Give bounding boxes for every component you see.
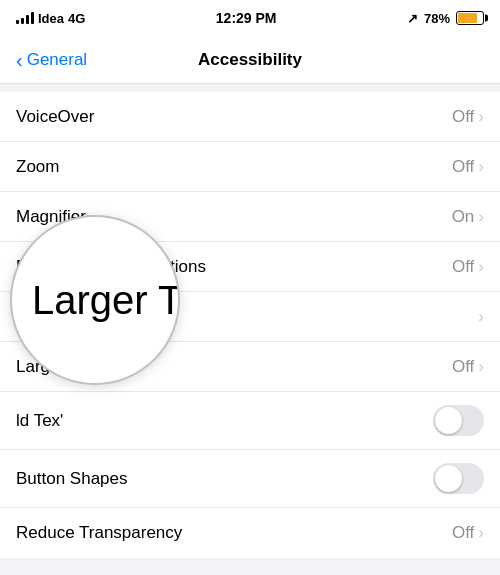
button-shapes-toggle[interactable] (433, 463, 484, 494)
item-value: Off (452, 107, 474, 127)
chevron-right-icon: › (478, 207, 484, 227)
magnifier-overlay: Larger Text (10, 215, 180, 385)
item-right: On › (452, 207, 484, 227)
item-label: ld Tex' (16, 411, 63, 431)
battery-pct-label: 78% (424, 11, 450, 26)
item-value: Off (452, 523, 474, 543)
item-right: Off › (452, 523, 484, 543)
status-left: Idea 4G (16, 11, 85, 26)
nav-bar: ‹ General Accessibility (0, 36, 500, 84)
chevron-right-icon: › (478, 307, 484, 327)
chevron-right-icon: › (478, 257, 484, 277)
list-item[interactable]: VoiceOver Off › (0, 92, 500, 142)
item-label: Reduce Transparency (16, 523, 182, 543)
carrier-label: Idea (38, 11, 64, 26)
location-icon: ↗ (407, 11, 418, 26)
item-label: Zoom (16, 157, 59, 177)
status-right: ↗ 78% (407, 11, 484, 26)
item-value: Off (452, 157, 474, 177)
chevron-right-icon: › (478, 157, 484, 177)
signal-bars-icon (16, 12, 34, 24)
battery-icon (456, 11, 484, 25)
list-item[interactable]: Zoom Off › (0, 142, 500, 192)
item-value: Off (452, 357, 474, 377)
item-right (433, 405, 484, 436)
back-label: General (27, 50, 87, 70)
list-item[interactable]: Reduce Transparency Off › (0, 508, 500, 558)
magnifier-text: Larger Text (32, 278, 180, 323)
item-right: Off › (452, 107, 484, 127)
list-item[interactable]: ld Tex' (0, 392, 500, 450)
item-right: Off › (452, 357, 484, 377)
list-item[interactable]: Button Shapes (0, 450, 500, 508)
item-value: On (452, 207, 475, 227)
item-value: Off (452, 257, 474, 277)
bold-text-toggle[interactable] (433, 405, 484, 436)
status-bar: Idea 4G 12:29 PM ↗ 78% (0, 0, 500, 36)
item-right: Off › (452, 257, 484, 277)
network-label: 4G (68, 11, 85, 26)
back-chevron-icon: ‹ (16, 50, 23, 70)
back-button[interactable]: ‹ General (16, 50, 87, 70)
page-title: Accessibility (198, 50, 302, 70)
status-time: 12:29 PM (216, 10, 277, 26)
item-right (433, 463, 484, 494)
item-right: › (478, 307, 484, 327)
chevron-right-icon: › (478, 523, 484, 543)
chevron-right-icon: › (478, 357, 484, 377)
chevron-right-icon: › (478, 107, 484, 127)
item-right: Off › (452, 157, 484, 177)
item-label: VoiceOver (16, 107, 94, 127)
item-label: Button Shapes (16, 469, 128, 489)
